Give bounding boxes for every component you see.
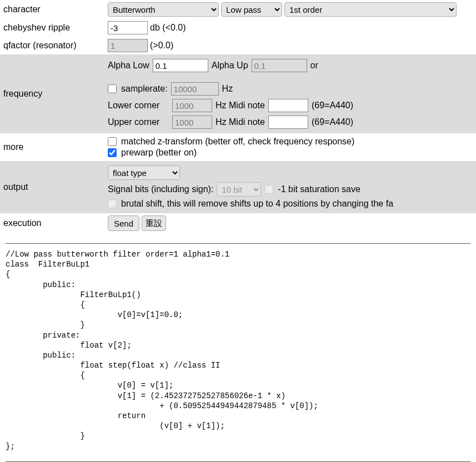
upper-corner-label: Upper corner [108, 117, 169, 127]
samplerate-label: samplerate: [121, 84, 168, 94]
prewarp-label: prewarp (better on) [121, 148, 197, 158]
prewarp-checkbox[interactable] [108, 148, 117, 157]
separator [6, 243, 470, 244]
matched-z-label: matched z-transform (better off, check f… [121, 137, 354, 147]
pass-type-select[interactable]: Low pass [221, 2, 282, 17]
signal-bits-select[interactable]: 10 bit [217, 182, 261, 197]
chebyshev-input[interactable] [108, 21, 148, 34]
qfactor-note: (>0.0) [150, 41, 173, 51]
output-type-select[interactable]: float type [108, 165, 180, 180]
filter-form: character Butterworth Low pass 1st order… [0, 0, 476, 233]
upper-corner-input[interactable] [172, 116, 212, 129]
output-label: output [3, 182, 28, 192]
character-label: character [3, 4, 41, 14]
qfactor-label: qfactor (resonator) [3, 41, 77, 50]
alpha-low-input[interactable] [153, 59, 208, 72]
upper-midi-note: (69=A440) [312, 117, 353, 127]
execution-label: execution [3, 218, 42, 228]
generated-code: //Low pass butterworth filter order=1 al… [6, 249, 470, 451]
samplerate-checkbox[interactable] [108, 84, 117, 93]
alpha-low-label: Alpha Low [108, 61, 149, 71]
more-label: more [3, 142, 23, 152]
sat-save-label: -1 bit saturation save [278, 184, 360, 194]
lower-midi-note: (69=A440) [312, 101, 353, 111]
frequency-label: frequency [3, 89, 42, 98]
brutal-shift-checkbox[interactable] [108, 199, 117, 208]
lower-midi-label: Hz Midi note [216, 101, 265, 111]
alpha-up-input[interactable] [252, 59, 307, 72]
samplerate-hz: Hz [222, 84, 233, 94]
brutal-shift-label: brutal shift, this will remove shifts up… [121, 199, 393, 209]
qfactor-input[interactable] [108, 39, 148, 52]
reset-button[interactable]: 重設 [142, 215, 166, 231]
signal-bits-label: Signal bits (including sign): [108, 184, 213, 194]
chebyshev-label: chebyshev ripple [3, 23, 70, 32]
alpha-up-label: Alpha Up [212, 61, 248, 71]
filter-family-select[interactable]: Butterworth [108, 2, 219, 17]
matched-z-checkbox[interactable] [108, 137, 117, 146]
order-select[interactable]: 1st order [284, 2, 457, 17]
lower-midi-input[interactable] [268, 99, 308, 112]
or-text: or [310, 61, 318, 71]
sat-save-checkbox[interactable] [264, 185, 273, 194]
upper-midi-input[interactable] [268, 116, 308, 129]
lower-corner-label: Lower corner [108, 101, 169, 111]
lower-corner-input[interactable] [172, 99, 212, 112]
upper-midi-label: Hz Midi note [216, 117, 265, 127]
samplerate-input[interactable] [171, 82, 219, 96]
chebyshev-unit: db (<0.0) [150, 23, 186, 33]
send-button[interactable]: Send [108, 215, 139, 231]
